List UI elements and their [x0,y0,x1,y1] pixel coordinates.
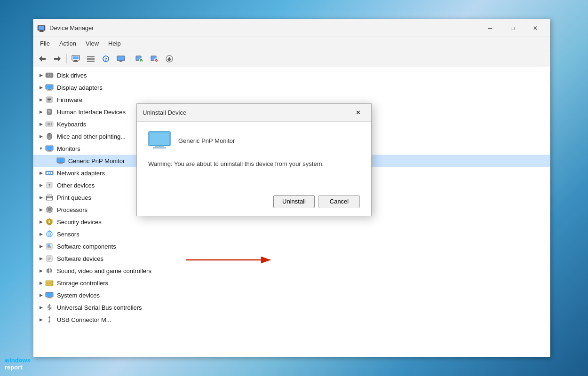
svg-rect-46 [51,123,52,124]
icon-network-adapters [45,168,54,178]
svg-text:?: ? [48,183,51,188]
svg-rect-69 [47,198,52,200]
svg-point-102 [52,284,53,285]
list-view-button[interactable] [84,52,98,65]
label-software-components: Software components [57,243,116,250]
computer-view-button[interactable] [69,52,83,65]
dialog-buttons: Uninstall Cancel [137,189,371,216]
icon-usb-controllers [45,303,54,312]
toolbar-separator-2 [130,54,130,63]
icon-system-devices [45,290,54,300]
svg-marker-6 [58,56,61,62]
tree-item-sensors[interactable]: ▶ Sensors [33,228,550,240]
chevron-firmware: ▶ [37,96,45,103]
menu-file[interactable]: File [35,39,55,48]
logo-windows-text: windows [5,357,31,364]
help-button[interactable]: ? [99,52,113,65]
svg-rect-7 [54,58,58,60]
svg-rect-63 [49,172,50,174]
chevron-display-adapters: ▶ [37,84,45,91]
window-title: Device Manager [49,24,479,31]
icon-software-devices [45,254,54,263]
label-network-adapters: Network adapters [57,170,105,177]
svg-rect-47 [47,125,48,125]
dialog-warning-text: Warning: You are about to uninstall this… [148,159,360,169]
label-usb-connector: USB Connector M... [57,316,111,323]
menu-action[interactable]: Action [55,39,81,48]
label-storage-controllers: Storage controllers [57,280,108,287]
scan-button[interactable]: + [132,52,146,65]
tree-item-software-devices[interactable]: ▶ Software devices [33,252,550,265]
svg-text:?: ? [104,57,107,62]
tree-item-usb-connector[interactable]: ▶ USB Connector M... [33,313,550,326]
svg-text:+: + [140,59,143,63]
device-view-button[interactable] [114,52,128,65]
svg-rect-105 [48,297,51,298]
svg-rect-33 [48,89,51,90]
tree-item-display-adapters[interactable]: ▶ Display adapters [33,81,550,94]
icon-display-adapters [45,83,54,92]
tree-item-system-devices[interactable]: ▶ System devices [33,289,550,301]
dialog-close-button[interactable]: ✕ [350,106,366,119]
download-button[interactable] [162,52,176,65]
icon-processors [45,205,54,214]
tree-item-security-devices[interactable]: ▶ Security devices [33,216,550,228]
svg-rect-27 [168,60,170,61]
tree-item-disk-drives[interactable]: ▶ Disk drives [33,69,550,81]
icon-mice [45,132,54,141]
svg-rect-54 [47,147,52,149]
tree-item-software-components[interactable]: ▶ Software components [33,240,550,252]
tree-item-sound-video[interactable]: ▶ Sound, video and game controllers [33,265,550,277]
svg-rect-17 [117,56,125,61]
back-button[interactable] [35,52,49,65]
svg-text:✕: ✕ [154,58,158,63]
dialog-device-icon [148,131,171,150]
svg-marker-115 [48,316,51,318]
icon-sensors [45,229,54,239]
toolbar-separator-1 [66,54,67,63]
svg-rect-39 [47,109,52,115]
cancel-button[interactable]: Cancel [318,195,360,208]
svg-rect-10 [74,60,77,61]
svg-point-116 [48,321,50,323]
label-display-adapters: Display adapters [57,84,103,91]
menu-bar: File Action View Help [33,37,550,50]
svg-rect-64 [51,172,52,174]
label-generic-pnp: Generic PnP Monitor [68,157,125,164]
icon-software-components [45,242,54,251]
icon-usb-connector [45,315,54,324]
chevron-print-queues: ▶ [37,194,45,201]
icon-generic-pnp [56,156,65,165]
icon-keyboards [45,119,54,129]
svg-rect-41 [50,110,51,112]
logo-report-text: report [5,364,23,371]
svg-marker-4 [39,56,42,62]
svg-marker-26 [167,57,171,60]
svg-rect-59 [59,163,62,164]
tree-item-usb-controllers[interactable]: ▶ Universal Serial Bus controllers [33,301,550,313]
svg-rect-13 [87,58,95,60]
chevron-usb-connector: ▶ [37,316,45,323]
icon-hid [45,107,54,117]
svg-rect-5 [42,58,46,60]
dialog-titlebar: Uninstall Device ✕ [137,104,371,122]
svg-rect-1 [39,26,44,30]
icon-security-devices [45,217,54,227]
uninstall-button[interactable]: Uninstall [273,195,315,208]
chevron-sound-video: ▶ [37,267,45,274]
chevron-other-devices: ▶ [37,181,45,189]
dialog-title: Uninstall Device [143,109,350,116]
close-button[interactable]: ✕ [524,21,546,36]
svg-rect-58 [58,159,64,162]
tree-item-storage-controllers[interactable]: ▶ Storage controllers [33,277,550,289]
icon-storage-controllers [45,278,54,288]
uninstall-button[interactable]: ✕ [147,52,161,65]
chevron-hid: ▶ [37,108,45,116]
icon-other-devices: ? [45,180,54,190]
menu-view[interactable]: View [81,39,103,48]
forward-button[interactable] [50,52,64,65]
svg-rect-62 [47,172,48,174]
menu-help[interactable]: Help [103,39,126,48]
maximize-button[interactable]: □ [502,21,524,36]
minimize-button[interactable]: ─ [479,21,501,36]
